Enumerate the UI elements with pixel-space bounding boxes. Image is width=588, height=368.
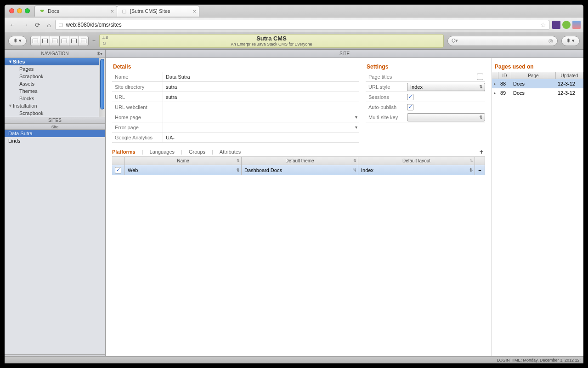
layout-button[interactable] [40,36,50,46]
tab-groups[interactable]: Groups [189,149,205,155]
field-error-page: Error page ▾ [112,122,359,132]
close-tab-icon[interactable]: × [192,8,196,15]
bookmark-star-icon[interactable]: ☆ [540,21,546,29]
platform-row[interactable]: ✓ Web Dashboard Docs Index − [112,165,485,175]
tree-group-sites[interactable]: ▼ Sites [5,58,99,65]
column-id[interactable]: ID [498,72,511,79]
field-multisite-key: Multi-site key [366,112,485,122]
extension-icon[interactable] [562,21,571,29]
extension-icon[interactable] [552,21,560,29]
page-titles-checkbox[interactable] [477,74,483,80]
tree-item-scrapbook[interactable]: Scrapbook [5,109,99,117]
layout-button[interactable] [59,36,69,46]
chevron-down-icon: ▼ [8,59,13,64]
forward-button[interactable]: → [20,21,30,29]
add-platform-button[interactable]: + [480,148,483,155]
tab-languages[interactable]: Languages [150,149,175,155]
navigation-header: NAVIGATION ✻▾ [5,50,105,58]
tree-label: Sites [13,59,25,64]
cell-updated: 12-3-12 [556,90,583,96]
scrollbar[interactable] [99,58,105,117]
column-page[interactable]: Page [511,72,556,79]
layout-button[interactable] [69,36,79,46]
scrollbar-thumb[interactable] [100,59,104,109]
error-page-select[interactable]: ▾ [163,122,359,132]
tree-group-installation[interactable]: ▼ Installation [5,102,99,109]
row-checkbox[interactable]: ✓ [112,165,125,175]
layout-button[interactable] [50,36,60,46]
home-page-select[interactable]: ▾ [163,112,359,122]
tab-attributes[interactable]: Attributes [220,149,241,155]
settings-title: Settings [366,63,485,70]
platform-name-cell[interactable]: Web [125,165,242,175]
tree-item-assets[interactable]: Assets [5,80,99,87]
action-menu-button[interactable]: ✻ ▾ [561,36,580,46]
tree-item-pages[interactable]: Pages [5,65,99,73]
browser-tab-sutra[interactable]: ▢ [Sutra CMS] Sites × [117,6,199,17]
tree-item-blocks[interactable]: Blocks [5,95,99,102]
name-input[interactable]: Data Sutra [163,72,359,81]
column-name[interactable]: Name [125,157,242,165]
label: Auto-publish [366,104,407,110]
tree-label: Installation [13,103,37,109]
url-input[interactable]: sutra [163,92,359,102]
reload-icon[interactable]: ↻ [102,41,106,46]
nav-gear-icon[interactable]: ✻▾ [96,51,102,56]
tab-title: [Sutra CMS] Sites [130,8,170,14]
chevron-down-icon: ▼ [8,104,13,108]
field-home-page: Home page ▾ [112,112,359,122]
label: Error page [112,125,163,130]
browser-tabs: ❤ Docs × ▢ [Sutra CMS] Sites × [5,5,583,17]
ga-input[interactable]: UA- [163,132,359,142]
autopublish-checkbox[interactable]: ✓ [407,104,413,110]
column-check[interactable] [112,157,125,165]
url-webclient-input[interactable] [163,102,359,112]
pages-used-row[interactable]: ▸ 89 Docs 12-3-12 [492,88,583,98]
field-url: URL sutra [112,92,359,102]
extension-icons [552,21,581,29]
expand-icon[interactable]: ▸ [492,81,498,86]
multisite-select[interactable] [407,113,485,121]
search-input[interactable]: Q▾ ⊗ [447,36,558,46]
site-row[interactable]: Linds [5,137,105,144]
close-tab-icon[interactable]: × [110,8,114,15]
tab-icon: ❤ [39,8,45,14]
label: Multi-site key [366,115,407,120]
layout-button[interactable] [30,36,40,46]
platforms-tabs: Platforms | Languages | Groups | Attribu… [112,147,485,157]
column-default-theme[interactable]: Default theme [242,157,358,165]
sessions-checkbox[interactable]: ✓ [407,94,413,100]
sites-divider: SITES [5,117,105,123]
expand-icon[interactable]: ▸ [492,91,498,95]
column-updated[interactable]: Updated [556,72,583,79]
platform-theme-cell[interactable]: Dashboard Docs [242,165,358,175]
site-row[interactable]: Data Sutra [5,130,105,137]
column-default-layout[interactable]: Default layout [358,157,475,165]
directory-input[interactable]: sutra [163,82,359,92]
site-divider: Site [5,123,105,130]
pages-used-row[interactable]: ▸ 88 Docs 12-3-12 [492,79,583,88]
extension-icon[interactable] [572,21,581,29]
chevron-down-icon: ▾ [355,115,357,120]
url-bar[interactable]: ▢ web:8080/ds/cms/sites ☆ [55,20,549,30]
close-window-button[interactable] [9,8,14,13]
minimize-window-button[interactable] [17,8,22,13]
page-titles-input[interactable] [407,72,475,81]
clear-search-icon[interactable]: ⊗ [548,37,554,45]
label: Sessions [366,94,407,100]
gear-menu-button[interactable]: ✻ ▾ [8,36,27,46]
browser-tab-docs[interactable]: ❤ Docs × [34,6,117,17]
tree-item-themes[interactable]: Themes [5,87,99,95]
url-style-select[interactable]: Index [407,83,485,91]
zoom-window-button[interactable] [25,8,30,13]
layout-button[interactable] [79,36,89,46]
reload-button[interactable]: ⟳ [33,21,42,29]
tab-platforms[interactable]: Platforms [112,149,136,155]
delete-row-button[interactable]: − [475,165,485,175]
back-button[interactable]: ← [7,21,17,29]
platform-layout-cell[interactable]: Index [358,165,475,175]
home-button[interactable]: ⌂ [45,21,52,29]
tree-item-scrapbook[interactable]: Scrapbook [5,73,99,80]
add-layout-button[interactable]: + [92,38,96,44]
page-icon: ▢ [58,22,63,28]
